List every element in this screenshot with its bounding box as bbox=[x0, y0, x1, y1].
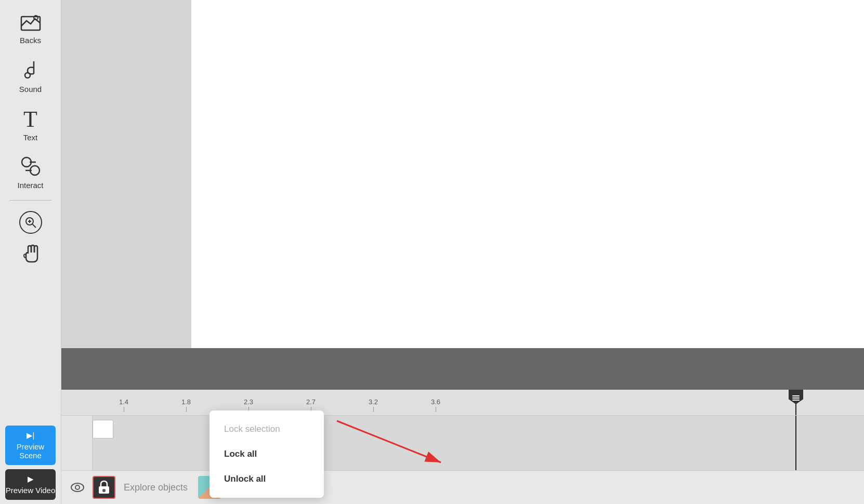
sidebar-item-hand[interactable] bbox=[0, 243, 61, 276]
ruler-mark-4: 2.7 bbox=[280, 398, 342, 412]
sound-label: Sound bbox=[19, 85, 42, 94]
track-labels bbox=[61, 416, 93, 470]
canvas-area bbox=[61, 0, 864, 348]
ruler-mark-5: 3.2 bbox=[342, 398, 404, 412]
timeline-tracks bbox=[61, 416, 864, 470]
track-thumb bbox=[93, 420, 113, 439]
ruler-mark-1: 1.4 bbox=[93, 398, 155, 412]
zoom-in-icon bbox=[19, 211, 42, 234]
context-menu-unlock-all[interactable]: Unlock all bbox=[210, 467, 324, 492]
preview-video-label: Preview Video bbox=[6, 486, 56, 495]
context-menu-lock-selection: Lock selection bbox=[210, 417, 324, 442]
backs-icon bbox=[20, 12, 41, 34]
bottom-toolbar: Explore objects bbox=[61, 470, 864, 504]
svg-line-8 bbox=[32, 224, 36, 228]
interact-icon bbox=[21, 156, 41, 179]
timeline-ruler: 1.4 1.8 2.3 2.7 3.2 bbox=[61, 390, 864, 416]
eye-button[interactable] bbox=[68, 478, 87, 497]
sidebar-item-text[interactable]: T Text bbox=[0, 101, 61, 149]
backs-label: Backs bbox=[20, 36, 41, 45]
canvas-left-panel bbox=[61, 0, 191, 348]
timeline-area: Lock selection Lock all Unlock all bbox=[61, 390, 864, 504]
ruler-mark-6: 3.6 bbox=[404, 398, 467, 412]
preview-video-icon: ▶ bbox=[28, 474, 34, 484]
preview-buttons: ▶| Preview Scene ▶ Preview Video bbox=[0, 421, 61, 504]
ruler-mark-3: 2.3 bbox=[217, 398, 280, 412]
preview-video-button[interactable]: ▶ Preview Video bbox=[5, 469, 56, 500]
sidebar-item-zoom[interactable] bbox=[0, 204, 61, 243]
canvas-content[interactable] bbox=[191, 0, 864, 348]
sidebar-item-sound[interactable]: Sound bbox=[0, 52, 61, 101]
ruler-marks: 1.4 1.8 2.3 2.7 3.2 bbox=[61, 398, 864, 412]
sound-icon bbox=[22, 59, 39, 83]
timeline-header-bar bbox=[61, 348, 864, 390]
preview-scene-label: Preview Scene bbox=[5, 442, 56, 460]
ruler-mark-2: 1.8 bbox=[155, 398, 217, 412]
sidebar-divider bbox=[9, 200, 52, 201]
sidebar-item-interact[interactable]: Interact bbox=[0, 149, 61, 197]
track-content[interactable] bbox=[93, 416, 864, 470]
preview-scene-icon: ▶| bbox=[27, 431, 35, 440]
preview-scene-button[interactable]: ▶| Preview Scene bbox=[5, 426, 56, 465]
interact-label: Interact bbox=[17, 181, 43, 190]
context-menu: Lock selection Lock all Unlock all bbox=[210, 410, 324, 498]
lock-button[interactable] bbox=[93, 476, 115, 499]
svg-point-14 bbox=[71, 483, 84, 492]
explore-objects-label: Explore objects bbox=[124, 482, 188, 493]
playhead-line bbox=[795, 390, 796, 415]
svg-point-15 bbox=[75, 485, 80, 489]
sidebar: Backs Sound T Text Interact bbox=[0, 0, 61, 504]
svg-point-2 bbox=[25, 73, 30, 78]
text-label: Text bbox=[23, 133, 38, 142]
sidebar-item-backs[interactable]: Backs bbox=[0, 5, 61, 52]
playhead-track-line bbox=[795, 416, 796, 470]
context-menu-lock-all[interactable]: Lock all bbox=[210, 442, 324, 467]
text-icon: T bbox=[23, 108, 37, 131]
main-area: Lock selection Lock all Unlock all bbox=[61, 0, 864, 504]
hand-icon bbox=[22, 243, 40, 267]
